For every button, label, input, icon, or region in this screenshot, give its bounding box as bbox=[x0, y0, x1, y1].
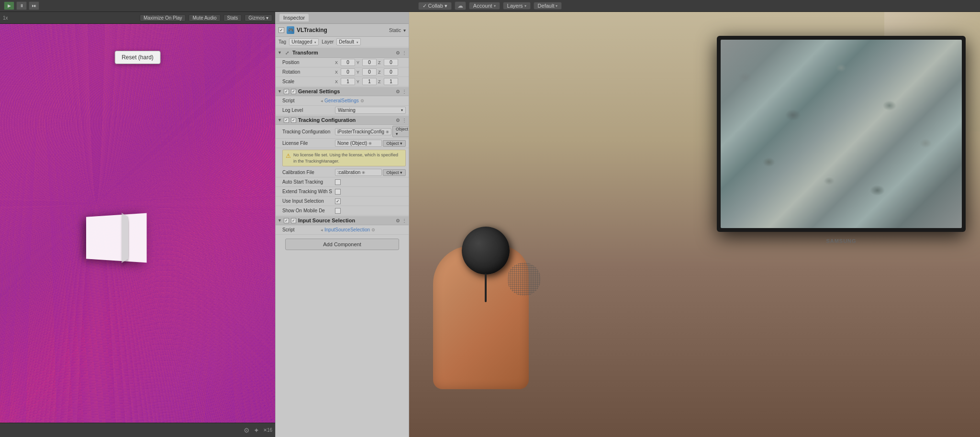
general-more-icon[interactable]: ⋮ bbox=[402, 89, 407, 94]
playback-controls: ▶ ⏸ ⏭ bbox=[4, 1, 39, 10]
step-button[interactable]: ⏭ bbox=[29, 1, 39, 10]
input-source-script-value: ◂ InputSourceSelection ⚙ bbox=[321, 227, 406, 232]
layer-select[interactable]: Default ▾ bbox=[336, 38, 360, 45]
extend-tracking-row: Extend Tracking With S bbox=[276, 187, 409, 197]
game-bottom-bar: ⚙ ✦ ✕16 bbox=[0, 423, 275, 437]
transform-settings-icon[interactable]: ⚙ bbox=[396, 50, 400, 55]
tracking-config-actions: ⚙ ⋮ bbox=[396, 118, 407, 123]
input-source-settings-icon[interactable]: ⚙ bbox=[396, 218, 400, 223]
screen-stones-texture bbox=[721, 40, 962, 228]
input-source-script-link[interactable]: InputSourceSelection bbox=[324, 227, 370, 232]
position-z-group: Z 0 bbox=[378, 59, 398, 66]
general-settings-section-header[interactable]: ▼ ✓ ✓ General Settings ⚙ ⋮ bbox=[276, 87, 409, 96]
rotation-x-group: X 0 bbox=[335, 68, 355, 76]
license-file-field: None (Object) ◉ Object ▾ bbox=[335, 140, 406, 147]
log-level-select[interactable]: Warning ▾ bbox=[335, 107, 406, 114]
real-world-photo-area: SAMSUNG bbox=[409, 12, 980, 437]
tracking-checkbox2[interactable]: ✓ bbox=[291, 118, 296, 123]
general-settings-title: General Settings bbox=[298, 88, 394, 94]
inspector-panel: Inspector ✓ 🎮 VLTracking Static ▾ Tag Un… bbox=[275, 12, 409, 437]
rotation-x-input[interactable]: 0 bbox=[341, 68, 355, 76]
log-level-label: Log Level bbox=[282, 108, 335, 113]
scale-x-group: X 1 bbox=[335, 78, 355, 85]
scale-x-input[interactable]: 1 bbox=[341, 78, 355, 85]
scale-y-input[interactable]: 1 bbox=[362, 78, 377, 85]
input-source-checkbox2[interactable]: ✓ bbox=[291, 218, 296, 223]
account-button[interactable]: Account ▾ bbox=[469, 2, 500, 10]
tracking-config-object-btn[interactable]: Object ▾ bbox=[392, 126, 409, 137]
bottom-icon-3: ✕16 bbox=[263, 427, 272, 433]
general-settings-icon[interactable]: ⚙ bbox=[396, 89, 400, 94]
transform-section-header[interactable]: ▼ ⤢ Transform ⚙ ⋮ bbox=[276, 47, 409, 58]
general-checkbox2[interactable]: ✓ bbox=[291, 89, 296, 94]
tracking-config-section-header[interactable]: ▼ ✓ ✓ Tracking Configuration ⚙ ⋮ bbox=[276, 115, 409, 125]
tracking-settings-icon[interactable]: ⚙ bbox=[396, 118, 400, 123]
position-y-label: Y bbox=[356, 60, 361, 65]
cloud-button[interactable]: ☁ bbox=[455, 1, 466, 10]
mute-audio-button[interactable]: Mute Audio bbox=[189, 14, 220, 22]
general-collapse-arrow: ▼ bbox=[278, 89, 282, 94]
collab-button[interactable]: ✓ Collab ▾ bbox=[418, 2, 452, 10]
general-settings-script-link[interactable]: GeneralSettings bbox=[324, 98, 359, 103]
license-file-input[interactable]: None (Object) ◉ bbox=[335, 140, 382, 147]
tracking-checkbox1[interactable]: ✓ bbox=[284, 118, 289, 123]
reset-popup[interactable]: Reset (hard) bbox=[114, 51, 161, 64]
pause-button[interactable]: ⏸ bbox=[16, 1, 27, 10]
tracking-config-input[interactable]: iPosterTrackingConfig ◉ bbox=[335, 128, 391, 135]
play-button[interactable]: ▶ bbox=[4, 1, 14, 10]
use-input-checkbox[interactable]: ✓ bbox=[335, 198, 341, 204]
rotation-z-input[interactable]: 0 bbox=[384, 68, 398, 76]
layers-dropdown-arrow: ▾ bbox=[524, 4, 526, 8]
scale-y-label: Y bbox=[356, 79, 361, 84]
transform-collapse-arrow: ▼ bbox=[278, 50, 282, 55]
transform-more-icon[interactable]: ⋮ bbox=[402, 50, 407, 55]
general-checkbox[interactable]: ✓ bbox=[284, 89, 289, 94]
object-active-checkbox[interactable]: ✓ bbox=[278, 27, 284, 33]
position-z-label: Z bbox=[378, 60, 383, 65]
position-label: Position bbox=[282, 60, 335, 65]
input-source-more-icon[interactable]: ⋮ bbox=[402, 218, 407, 223]
general-settings-properties: Script ◂ GeneralSettings ⚙ Log Level War… bbox=[276, 96, 409, 115]
device-grill bbox=[507, 262, 541, 296]
stats-button[interactable]: Stats bbox=[223, 14, 242, 22]
bottom-icon-1[interactable]: ⚙ bbox=[244, 426, 250, 434]
script-arrow-icon: ◂ bbox=[321, 98, 323, 103]
tag-select[interactable]: Untagged ▾ bbox=[289, 38, 319, 45]
object-name[interactable]: VLTracking bbox=[297, 27, 387, 33]
auto-start-label: Auto Start Tracking bbox=[282, 179, 335, 185]
calibration-file-input[interactable]: :calibration ◉ bbox=[335, 169, 382, 176]
game-toolbar: 1x Maximize On Play Mute Audio Stats Giz… bbox=[0, 12, 275, 24]
layers-button[interactable]: Layers ▾ bbox=[503, 2, 531, 10]
extend-tracking-checkbox[interactable] bbox=[335, 189, 341, 195]
input-source-checkbox1[interactable]: ✓ bbox=[284, 218, 289, 223]
input-source-section-header[interactable]: ▼ ✓ ✓ Input Source Selection ⚙ ⋮ bbox=[276, 216, 409, 225]
auto-start-row: Auto Start Tracking bbox=[276, 177, 409, 187]
scale-values: X 1 Y 1 Z 1 bbox=[335, 78, 406, 85]
add-component-button[interactable]: Add Component bbox=[285, 239, 399, 250]
tracking-more-icon[interactable]: ⋮ bbox=[402, 118, 407, 123]
position-x-label: X bbox=[335, 60, 340, 65]
rotation-y-input[interactable]: 0 bbox=[362, 68, 377, 76]
input-source-settings-icon2[interactable]: ⚙ bbox=[371, 228, 375, 232]
calibration-object-btn[interactable]: Object ▾ bbox=[383, 169, 406, 176]
bottom-icon-2[interactable]: ✦ bbox=[254, 426, 259, 434]
show-mobile-label: Show On Mobile De bbox=[282, 208, 335, 213]
position-z-input[interactable]: 0 bbox=[384, 59, 398, 66]
position-y-input[interactable]: 0 bbox=[362, 59, 377, 66]
general-script-settings-icon[interactable]: ⚙ bbox=[360, 98, 364, 103]
scale-z-label: Z bbox=[378, 79, 383, 84]
scale-y-group: Y 1 bbox=[356, 78, 377, 85]
license-object-btn[interactable]: Object ▾ bbox=[383, 140, 406, 147]
default-button[interactable]: Default ▾ bbox=[534, 2, 562, 10]
position-x-input[interactable]: 0 bbox=[341, 59, 355, 66]
rotation-label: Rotation bbox=[282, 69, 335, 75]
default-dropdown-arrow: ▾ bbox=[556, 4, 557, 8]
auto-start-checkbox[interactable] bbox=[335, 179, 341, 185]
scale-z-input[interactable]: 1 bbox=[384, 78, 398, 85]
show-mobile-checkbox[interactable] bbox=[335, 208, 341, 214]
maximize-on-play-button[interactable]: Maximize On Play bbox=[140, 14, 186, 22]
inspector-tab[interactable]: Inspector bbox=[279, 14, 309, 22]
input-source-script-row: Script ◂ InputSourceSelection ⚙ bbox=[276, 225, 409, 235]
static-dropdown-arrow[interactable]: ▾ bbox=[403, 28, 406, 33]
gizmos-button[interactable]: Gizmos ▾ bbox=[245, 14, 272, 22]
